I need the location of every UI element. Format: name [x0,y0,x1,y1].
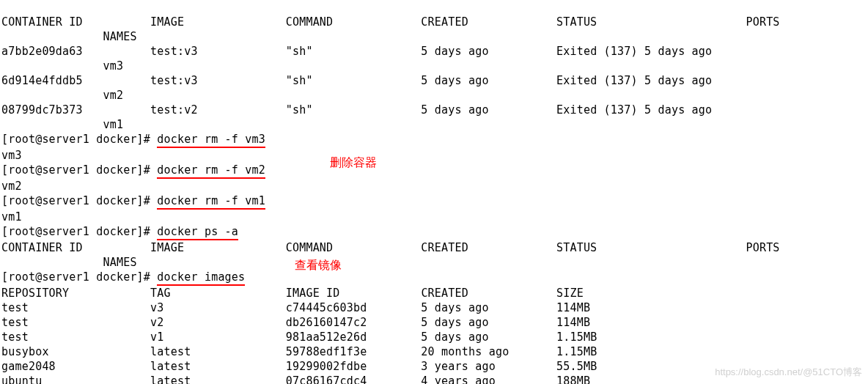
col-command: COMMAND [286,15,334,29]
output: vm1 [1,210,22,224]
col-status: STATUS [556,15,597,29]
cmd-docker-rm-vm1[interactable]: docker rm -f vm1 [157,193,265,210]
cell-imgid: c74445c603bd [286,301,367,314]
cmd-docker-rm-vm3[interactable]: docker rm -f vm3 [157,132,265,148]
cell-id: 08799dc7b373 [1,103,83,117]
cell-tag: latest [150,360,191,373]
annotation-delete-containers: 删除容器 [330,155,377,170]
col-status: STATUS [556,241,597,254]
cell-status: Exited (137) 5 days ago [556,45,712,58]
cell-size: 188MB [556,374,590,384]
watermark: https://blog.csdn.net/@51CTO博客 [715,365,862,380]
cell-repo: test [1,331,29,344]
cell-tag: v3 [150,301,163,314]
cell-command: "sh" [286,103,313,117]
cell-created: 5 days ago [421,301,488,314]
prompt-line: [root@server1 docker]# docker ps -a [1,225,245,238]
col-repository: REPOSITORY [1,287,69,300]
images-header-row: REPOSITORY TAG IMAGE ID CREATED SIZE [1,287,584,300]
table-row: test v1 981aa512e26d 5 days ago 1.15MB [1,331,597,344]
cell-created: 3 years ago [421,360,496,373]
prompt-line: [root@server1 docker]# docker rm -f vm3 [1,133,272,146]
cell-names: vm1 [103,118,123,131]
cell-size: 114MB [556,301,590,314]
cell-id: 6d914e4fddb5 [1,74,83,87]
col-container-id: CONTAINER ID [1,241,83,254]
cell-tag: latest [150,345,191,358]
cell-created: 20 months ago [421,345,509,358]
col-command: COMMAND [286,241,334,254]
col-ports: PORTS [746,241,779,254]
table-row-names: vm2 [1,89,123,102]
cell-size: 1.15MB [556,331,597,344]
ps-header-row: CONTAINER ID IMAGE COMMAND CREATED STATU… [1,241,780,254]
col-image: IMAGE [150,241,184,254]
cell-created: 4 years ago [421,374,496,384]
cell-size: 1.15MB [556,345,597,358]
cell-imgid: 19299002fdbe [286,360,367,373]
cell-size: 55.5MB [556,360,597,373]
cell-created: 5 days ago [421,316,488,329]
cell-tag: v1 [150,331,163,344]
ps-header-row: CONTAINER ID IMAGE COMMAND CREATED STATU… [1,15,780,29]
col-size: SIZE [556,287,584,300]
shell-prompt: [root@server1 docker]# [1,163,157,177]
cell-repo: game2048 [1,360,56,373]
ps-header-names: NAMES [1,30,137,43]
table-row: test v3 c74445c603bd 5 days ago 114MB [1,301,590,314]
col-image: IMAGE [150,15,184,29]
cell-command: "sh" [286,45,313,58]
col-image-id: IMAGE ID [286,287,340,300]
cmd-docker-ps-a[interactable]: docker ps -a [157,224,238,240]
table-row: a7bb2e09da63 test:v3 "sh" 5 days ago Exi… [1,45,712,58]
shell-prompt: [root@server1 docker]# [1,133,157,146]
cell-image: test:v3 [150,45,198,58]
cell-created: 5 days ago [421,74,488,87]
cell-image: test:v2 [150,103,198,117]
cell-repo: busybox [1,345,49,358]
annotation-view-images: 查看镜像 [295,258,342,273]
cell-imgid: 07c86167cdc4 [286,374,367,384]
col-created: CREATED [421,287,468,300]
cell-status: Exited (137) 5 days ago [556,74,712,87]
cmd-docker-images[interactable]: docker images [157,270,245,286]
cell-names: vm3 [103,59,123,73]
cell-id: a7bb2e09da63 [1,45,83,58]
prompt-line: [root@server1 docker]# docker rm -f vm1 [1,194,272,207]
cell-tag: v2 [150,316,163,329]
col-names: NAMES [103,30,136,43]
shell-prompt: [root@server1 docker]# [1,270,157,284]
cell-tag: latest [150,374,191,384]
cell-imgid: db26160147c2 [286,316,367,329]
table-row: game2048 latest 19299002fdbe 3 years ago… [1,360,597,373]
cell-created: 5 days ago [421,45,488,58]
cell-image: test:v3 [150,74,198,87]
cell-names: vm2 [103,89,123,102]
cell-repo: test [1,301,29,314]
cell-size: 114MB [556,316,590,329]
col-tag: TAG [150,287,171,300]
cell-imgid: 981aa512e26d [286,331,367,344]
col-names: NAMES [103,256,136,269]
table-row: 08799dc7b373 test:v2 "sh" 5 days ago Exi… [1,103,712,117]
cell-repo: test [1,316,29,329]
cmd-docker-rm-vm2[interactable]: docker rm -f vm2 [157,163,265,179]
col-created: CREATED [421,15,468,29]
table-row: 6d914e4fddb5 test:v3 "sh" 5 days ago Exi… [1,74,712,87]
output: vm2 [1,180,22,193]
shell-prompt: [root@server1 docker]# [1,225,157,238]
table-row: test v2 db26160147c2 5 days ago 114MB [1,316,590,329]
cell-status: Exited (137) 5 days ago [556,103,712,117]
table-row-names: vm1 [1,118,123,131]
col-created: CREATED [421,241,468,254]
col-ports: PORTS [746,15,779,29]
table-row: ubuntu latest 07c86167cdc4 4 years ago 1… [1,374,590,384]
table-row: busybox latest 59788edf1f3e 20 months ag… [1,345,597,358]
cell-created: 5 days ago [421,331,488,344]
shell-prompt: [root@server1 docker]# [1,194,157,207]
cell-repo: ubuntu [1,374,42,384]
output: vm3 [1,149,22,162]
prompt-line: [root@server1 docker]# docker images [1,270,252,284]
table-row-names: vm3 [1,59,123,73]
terminal: CONTAINER ID IMAGE COMMAND CREATED STATU… [1,0,780,384]
